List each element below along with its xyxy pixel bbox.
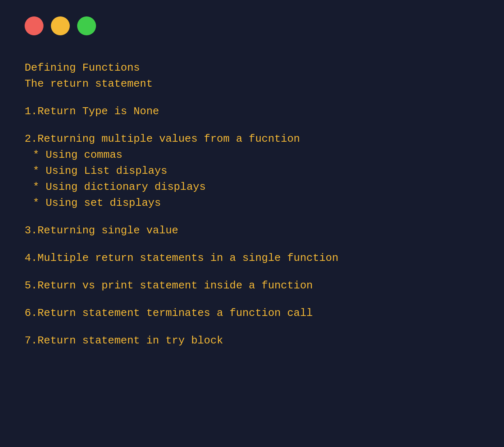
item-label: 6.Return statement terminates a function… — [25, 305, 479, 321]
list-item: 7.Return statement in try block — [25, 333, 479, 349]
window: Defining Functions The return statement … — [0, 0, 504, 447]
list-item: 1.Return Type is None — [25, 104, 479, 120]
sub-item: * Using set displays — [33, 195, 479, 211]
maximize-button[interactable] — [77, 16, 96, 35]
item-label: 3.Returning single value — [25, 223, 479, 239]
sub-item: * Using commas — [33, 147, 479, 163]
item-label: 4.Multiple return statements in a single… — [25, 250, 479, 266]
close-button[interactable] — [25, 16, 44, 35]
sub-item: * Using List displays — [33, 163, 479, 179]
list-item: 2.Returning multiple values from a fucnt… — [25, 131, 479, 211]
heading-line1: Defining Functions — [25, 60, 479, 76]
list-item: 5.Return vs print statement inside a fun… — [25, 278, 479, 294]
list-item: 6.Return statement terminates a function… — [25, 305, 479, 321]
item-label: 1.Return Type is None — [25, 104, 479, 120]
sub-item: * Using dictionary displays — [33, 179, 479, 195]
item-label: 5.Return vs print statement inside a fun… — [25, 278, 479, 294]
item-label: 7.Return statement in try block — [25, 333, 479, 349]
heading-line2: The return statement — [25, 76, 479, 92]
list-item: 3.Returning single value — [25, 223, 479, 239]
traffic-lights — [25, 16, 479, 35]
list-item: 4.Multiple return statements in a single… — [25, 250, 479, 266]
item-label: 2.Returning multiple values from a fucnt… — [25, 131, 479, 147]
content: Defining Functions The return statement … — [25, 60, 479, 349]
minimize-button[interactable] — [51, 16, 70, 35]
heading-block: Defining Functions The return statement — [25, 60, 479, 92]
